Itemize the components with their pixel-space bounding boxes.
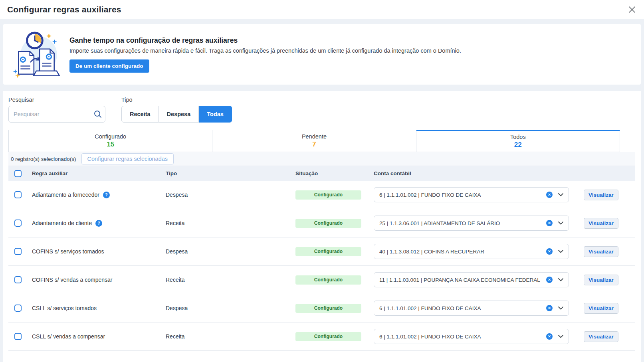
- banner-description: Importe suas configurações de maneira rá…: [69, 47, 461, 54]
- table-body: Adiantamento a fornecedor ? Despesa Conf…: [8, 181, 635, 351]
- type-button-receita[interactable]: Receita: [121, 106, 159, 123]
- tab-todos[interactable]: Todos 22: [416, 130, 620, 152]
- account-select-value: 6 | 1.1.1.01.002 | FUNDO FIXO DE CAIXA: [379, 192, 481, 198]
- chevron-down-icon[interactable]: [558, 278, 563, 281]
- selection-bar: 0 registro(s) selecionado(s) Configurar …: [8, 152, 635, 166]
- rule-name: Adiantamento a fornecedor: [32, 192, 99, 198]
- chevron-down-icon[interactable]: [558, 193, 563, 196]
- column-situacao: Situação: [295, 170, 374, 176]
- tab-label: Todos: [510, 134, 526, 140]
- table-row: Adiantamento a fornecedor ? Despesa Conf…: [8, 181, 635, 209]
- type-label: Tipo: [121, 97, 232, 103]
- visualizar-button[interactable]: Visualizar: [584, 303, 618, 314]
- table-row: CSLL s/ serviços tomados Despesa Configu…: [8, 294, 635, 322]
- row-checkbox[interactable]: [14, 333, 22, 340]
- row-checkbox[interactable]: [14, 305, 22, 312]
- row-checkbox[interactable]: [14, 248, 22, 255]
- chevron-down-icon[interactable]: [558, 250, 563, 253]
- page-title: Configurar regras auxiliares: [7, 5, 121, 14]
- select-all-checkbox[interactable]: [14, 170, 22, 177]
- account-select[interactable]: 11 | 1.1.1.03.001 | POUPANÇA NA CAIXA EC…: [374, 272, 569, 287]
- close-icon[interactable]: [627, 5, 637, 14]
- visualizar-button[interactable]: Visualizar: [584, 246, 618, 257]
- import-banner: Ganhe tempo na configuração de regras au…: [3, 24, 641, 85]
- account-select-value: 40 | 1.1.3.08.012 | COFINS A RECUPERAR: [379, 249, 484, 255]
- filters-bar: Pesquisar Tipo Receita Despesa Todas: [8, 97, 635, 123]
- chevron-down-icon[interactable]: [558, 335, 563, 338]
- type-button-despesa[interactable]: Despesa: [159, 106, 199, 123]
- search-field-group: Pesquisar: [8, 97, 105, 123]
- rule-type: Despesa: [166, 192, 295, 198]
- column-regra-auxiliar: Regra auxiliar: [32, 170, 166, 176]
- account-select[interactable]: 6 | 1.1.1.01.002 | FUNDO FIXO DE CAIXA ✕: [374, 301, 569, 316]
- selected-count-text: 0 registro(s) selecionado(s): [11, 156, 76, 162]
- tab-count: 7: [312, 140, 316, 148]
- rule-name: Adiantamento de cliente: [32, 220, 92, 226]
- table-row: CSLL s/ vendas a compensar Receita Confi…: [8, 322, 635, 351]
- rule-type: Receita: [166, 277, 295, 283]
- search-input[interactable]: [8, 106, 90, 123]
- banner-heading: Ganhe tempo na configuração de regras au…: [69, 36, 461, 45]
- tab-pendente[interactable]: Pendente 7: [212, 130, 416, 152]
- status-badge: Configurado: [295, 332, 361, 341]
- visualizar-button[interactable]: Visualizar: [584, 190, 618, 200]
- account-select[interactable]: 40 | 1.1.3.08.012 | COFINS A RECUPERAR ✕: [374, 244, 569, 259]
- table-header: Regra auxiliar Tipo Situação Conta contá…: [8, 166, 635, 181]
- row-checkbox[interactable]: [14, 191, 22, 198]
- table-row: Adiantamento de cliente ? Receita Config…: [8, 209, 635, 237]
- account-select-value: 6 | 1.1.1.01.002 | FUNDO FIXO DE CAIXA: [379, 305, 481, 311]
- status-badge: Configurado: [295, 275, 361, 285]
- type-button-todas[interactable]: Todas: [199, 106, 232, 123]
- rules-panel: Pesquisar Tipo Receita Despesa Todas: [3, 91, 641, 362]
- rule-type: Despesa: [166, 305, 295, 311]
- help-icon[interactable]: ?: [95, 220, 102, 227]
- banner-text: Ganhe tempo na configuração de regras au…: [69, 36, 461, 73]
- rule-type: Receita: [166, 220, 295, 226]
- tab-count: 22: [514, 141, 522, 149]
- status-badge: Configurado: [295, 219, 361, 228]
- import-illustration: [13, 29, 61, 80]
- visualizar-button[interactable]: Visualizar: [584, 331, 618, 342]
- row-checkbox[interactable]: [14, 220, 22, 227]
- column-tipo: Tipo: [166, 170, 295, 176]
- clear-icon[interactable]: ✕: [546, 333, 553, 340]
- visualizar-button[interactable]: Visualizar: [584, 218, 618, 229]
- table-row: COFINS s/ vendas a compensar Receita Con…: [8, 266, 635, 294]
- configure-selected-button[interactable]: Configurar regras selecionadas: [81, 153, 174, 164]
- import-from-client-button[interactable]: De um cliente configurado: [69, 59, 149, 73]
- rule-name: CSLL s/ serviços tomados: [32, 305, 97, 311]
- account-select[interactable]: 6 | 1.1.1.01.002 | FUNDO FIXO DE CAIXA ✕: [374, 187, 569, 202]
- row-checkbox[interactable]: [14, 276, 22, 283]
- account-select-value: 11 | 1.1.1.03.001 | POUPANÇA NA CAIXA EC…: [379, 277, 540, 283]
- clear-icon[interactable]: ✕: [546, 220, 553, 226]
- chevron-down-icon[interactable]: [558, 222, 563, 225]
- tab-count: 15: [107, 140, 114, 148]
- type-field-group: Tipo Receita Despesa Todas: [121, 97, 232, 123]
- status-badge: Configurado: [295, 247, 361, 256]
- type-toggle-group: Receita Despesa Todas: [121, 106, 232, 123]
- account-select-value: 25 | 1.1.3.06.001 | ADIANTAMENTO DE SALÁ…: [379, 220, 500, 226]
- clear-icon[interactable]: ✕: [546, 248, 553, 255]
- rule-name: COFINS s/ vendas a compensar: [32, 277, 113, 283]
- rule-name: COFINS s/ serviços tomados: [32, 248, 104, 255]
- account-select[interactable]: 6 | 1.1.1.01.002 | FUNDO FIXO DE CAIXA ✕: [374, 329, 569, 344]
- rule-type: Receita: [166, 333, 295, 340]
- rule-type: Despesa: [166, 248, 295, 255]
- chevron-down-icon[interactable]: [558, 307, 563, 310]
- clear-icon[interactable]: ✕: [546, 192, 553, 198]
- search-icon: [93, 110, 102, 119]
- tab-label: Pendente: [302, 133, 327, 140]
- rule-name: CSLL s/ vendas a compensar: [32, 333, 105, 340]
- status-badge: Configurado: [295, 304, 361, 313]
- dialog-header: Configurar regras auxiliares: [0, 0, 644, 19]
- account-select[interactable]: 25 | 1.1.3.06.001 | ADIANTAMENTO DE SALÁ…: [374, 216, 569, 231]
- help-icon[interactable]: ?: [103, 192, 110, 198]
- clear-icon[interactable]: ✕: [546, 305, 553, 311]
- table-row: COFINS s/ serviços tomados Despesa Confi…: [8, 237, 635, 266]
- tab-configurado[interactable]: Configurado 15: [8, 130, 212, 152]
- column-conta-contabil: Conta contábil: [374, 170, 569, 176]
- visualizar-button[interactable]: Visualizar: [584, 275, 618, 285]
- status-tabs: Configurado 15 Pendente 7 Todos 22: [8, 130, 620, 152]
- clear-icon[interactable]: ✕: [546, 277, 553, 283]
- search-button[interactable]: [90, 106, 105, 123]
